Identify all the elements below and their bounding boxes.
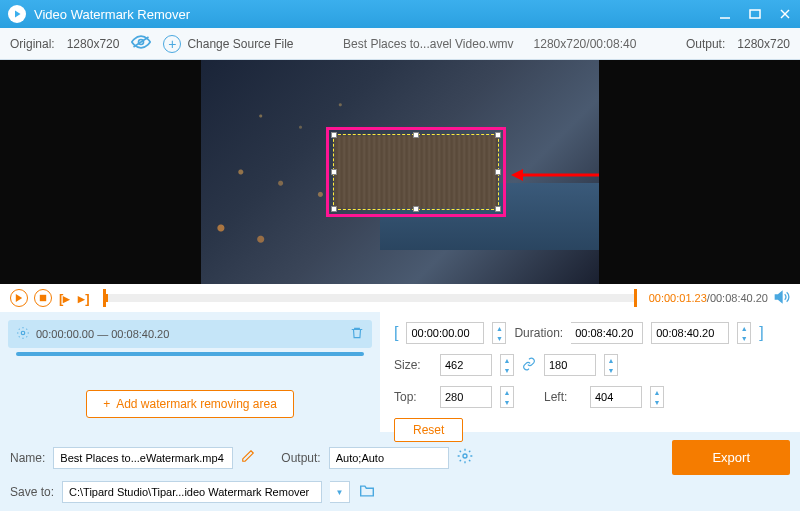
- svg-marker-8: [16, 294, 22, 302]
- resize-handle[interactable]: [331, 206, 337, 212]
- change-source-label: Change Source File: [187, 37, 293, 51]
- segment-range-slider[interactable]: [16, 352, 364, 356]
- output-settings-icon[interactable]: [457, 448, 473, 467]
- width-spinner[interactable]: ▲▼: [500, 354, 514, 376]
- close-button[interactable]: [778, 7, 792, 21]
- plus-icon: +: [163, 35, 181, 53]
- selection-box[interactable]: [333, 134, 499, 210]
- bottom-bar: Name: Output: Export Save to: ▼: [0, 432, 800, 511]
- original-value: 1280x720: [67, 37, 120, 51]
- file-info: 1280x720/00:08:40: [534, 37, 637, 51]
- end-time-spinner[interactable]: ▲▼: [737, 322, 751, 344]
- app-title: Video Watermark Remover: [34, 7, 718, 22]
- volume-icon[interactable]: [774, 290, 790, 307]
- plus-icon: +: [103, 397, 110, 411]
- properties-panel: [ ▲▼ Duration: ▲▼ ] Size: ▲▼ ▲▼ Top: ▲▼ …: [380, 312, 800, 432]
- svg-point-12: [463, 454, 467, 458]
- svg-rect-9: [40, 295, 46, 301]
- change-source-button[interactable]: + Change Source File: [163, 35, 293, 53]
- name-input[interactable]: [53, 447, 233, 469]
- timeline-end-marker[interactable]: [634, 289, 637, 307]
- bracket-open-icon[interactable]: [: [394, 324, 398, 342]
- time-display: 00:00:01.23/00:08:40.20: [649, 292, 768, 304]
- preview-toggle-icon[interactable]: [131, 35, 151, 52]
- segment-icon: [16, 326, 30, 342]
- name-label: Name:: [10, 451, 45, 465]
- segment-start: 00:00:00.00: [36, 328, 94, 340]
- resize-handle[interactable]: [495, 169, 501, 175]
- duration-label: Duration:: [514, 326, 563, 340]
- video-preview[interactable]: [0, 60, 800, 284]
- toolbar: Original: 1280x720 + Change Source File …: [0, 28, 800, 60]
- mark-out-button[interactable]: ▸]: [77, 291, 90, 306]
- left-label: Left:: [544, 390, 582, 404]
- reset-button[interactable]: Reset: [394, 418, 463, 442]
- minimize-button[interactable]: [718, 7, 732, 21]
- maximize-button[interactable]: [748, 7, 762, 21]
- playback-bar: [▸ ▸] 00:00:01.23/00:08:40.20: [0, 284, 800, 312]
- segment-end: 00:08:40.20: [111, 328, 169, 340]
- height-spinner[interactable]: ▲▼: [604, 354, 618, 376]
- resize-handle[interactable]: [331, 169, 337, 175]
- timeline-start-marker[interactable]: [103, 289, 106, 307]
- mark-in-button[interactable]: [▸: [58, 291, 71, 306]
- saveto-input[interactable]: [62, 481, 322, 503]
- add-watermark-area-button[interactable]: + Add watermark removing area: [86, 390, 294, 418]
- output-format-label: Output:: [281, 451, 320, 465]
- timeline-scrubber[interactable]: [103, 294, 637, 302]
- delete-segment-icon[interactable]: [350, 326, 364, 342]
- open-folder-icon[interactable]: [358, 484, 376, 501]
- link-aspect-icon[interactable]: [522, 357, 536, 374]
- resize-handle[interactable]: [413, 132, 419, 138]
- output-format-input[interactable]: [329, 447, 449, 469]
- top-label: Top:: [394, 390, 432, 404]
- top-input[interactable]: [440, 386, 492, 408]
- width-input[interactable]: [440, 354, 492, 376]
- app-logo: [8, 5, 26, 23]
- saveto-dropdown[interactable]: ▼: [330, 481, 350, 503]
- current-time: 00:00:01.23: [649, 292, 707, 304]
- resize-handle[interactable]: [331, 132, 337, 138]
- output-value: 1280x720: [737, 37, 790, 51]
- export-button[interactable]: Export: [672, 440, 790, 475]
- duration-input[interactable]: [571, 322, 643, 344]
- end-time-input[interactable]: [651, 322, 729, 344]
- resize-handle[interactable]: [495, 132, 501, 138]
- svg-point-11: [21, 331, 25, 335]
- resize-handle[interactable]: [495, 206, 501, 212]
- left-input[interactable]: [590, 386, 642, 408]
- top-spinner[interactable]: ▲▼: [500, 386, 514, 408]
- current-filename: Best Places to...avel Video.wmv: [343, 37, 514, 51]
- segment-item[interactable]: 00:00:00.00 — 00:08:40.20: [8, 320, 372, 348]
- original-label: Original:: [10, 37, 55, 51]
- size-label: Size:: [394, 358, 432, 372]
- arrow-annotation: [511, 165, 599, 185]
- video-frame: [201, 60, 599, 284]
- saveto-label: Save to:: [10, 485, 54, 499]
- edit-name-icon[interactable]: [241, 449, 255, 466]
- svg-rect-1: [750, 10, 760, 18]
- start-time-input[interactable]: [406, 322, 484, 344]
- segments-panel: 00:00:00.00 — 00:08:40.20 + Add watermar…: [0, 312, 380, 432]
- start-time-spinner[interactable]: ▲▼: [492, 322, 506, 344]
- add-area-label: Add watermark removing area: [116, 397, 277, 411]
- bracket-close-icon[interactable]: ]: [759, 324, 763, 342]
- total-time: 00:08:40.20: [710, 292, 768, 304]
- svg-marker-7: [511, 169, 523, 181]
- svg-marker-10: [775, 291, 782, 302]
- height-input[interactable]: [544, 354, 596, 376]
- resize-handle[interactable]: [413, 206, 419, 212]
- stop-button[interactable]: [34, 289, 52, 307]
- play-button[interactable]: [10, 289, 28, 307]
- output-label: Output:: [686, 37, 725, 51]
- left-spinner[interactable]: ▲▼: [650, 386, 664, 408]
- titlebar: Video Watermark Remover: [0, 0, 800, 28]
